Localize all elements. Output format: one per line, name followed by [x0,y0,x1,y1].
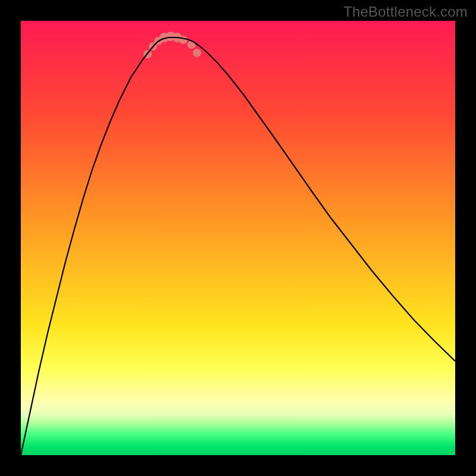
marker-points [143,32,201,58]
bottleneck-curve [21,37,455,455]
watermark-text: TheBottleneck.com [343,4,468,20]
outer-frame: TheBottleneck.com [0,0,476,476]
curve-marker [179,36,187,44]
plot-area [21,21,455,455]
curve-marker [193,49,201,57]
curve-layer [21,21,455,455]
